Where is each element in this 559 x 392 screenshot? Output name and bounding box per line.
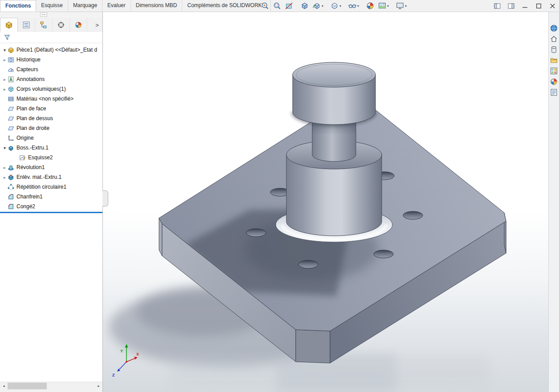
- dropdown-arrow-icon[interactable]: ▾: [387, 4, 389, 8]
- section-view-icon[interactable]: [285, 1, 294, 10]
- expand-arrow-icon[interactable]: [2, 87, 8, 92]
- maximize-icon[interactable]: [535, 2, 543, 10]
- tree-item-label: Congé2: [16, 203, 35, 210]
- scroll-left-icon[interactable]: ◄: [0, 382, 8, 390]
- part-icon: [8, 47, 14, 53]
- splitter-grip-icon[interactable]: [40, 12, 47, 17]
- tree-item-chanfrein1[interactable]: Chanfrein1: [0, 192, 102, 202]
- file-explorer-icon[interactable]: [550, 56, 558, 65]
- tree-item-materiau[interactable]: Matériau <non spécifié>: [0, 94, 102, 104]
- dropdown-arrow-icon[interactable]: ▾: [405, 4, 407, 8]
- tab-featuremanager-tree[interactable]: [0, 18, 18, 32]
- tree-item-label: Esquisse2: [28, 154, 53, 161]
- collapse-right-pane-icon[interactable]: [507, 2, 515, 10]
- tab-dimxpertmanager[interactable]: [53, 18, 70, 32]
- dropdown-arrow-icon[interactable]: ▾: [339, 4, 341, 8]
- appearances-icon[interactable]: [550, 77, 558, 86]
- tab-evaluer[interactable]: Evaluer: [102, 0, 131, 12]
- design-library-icon[interactable]: [550, 45, 558, 54]
- display-style-icon[interactable]: [330, 1, 339, 10]
- tree-item-label: Plan de droite: [16, 125, 49, 131]
- propertymanager-icon: [22, 21, 30, 29]
- tree-item-plan-de-dessus[interactable]: Plan de dessus: [0, 113, 102, 123]
- tree-item-historique[interactable]: Historique: [0, 55, 102, 65]
- tree-item-origine[interactable]: Origine: [0, 133, 102, 143]
- command-manager-bar: Fonctions Esquisse Marquage Evaluer Dime…: [0, 0, 559, 12]
- tree-item-label: Historique: [16, 57, 41, 63]
- sketch-icon: [19, 154, 26, 161]
- revolve-icon: [8, 164, 14, 171]
- tree-item-plan-de-face[interactable]: Plan de face: [0, 104, 102, 113]
- expand-arrow-icon[interactable]: [2, 77, 8, 82]
- rollback-bar[interactable]: [0, 212, 102, 213]
- expand-tabs-icon[interactable]: [92, 18, 102, 32]
- home-icon[interactable]: [550, 35, 558, 43]
- window-controls: [487, 0, 556, 12]
- tree-filter-bar[interactable]: [0, 32, 102, 43]
- tree-item-root[interactable]: Pièce1 (Défaut) <<Défaut>_Etat d: [0, 45, 102, 55]
- panel-splitter[interactable]: [0, 12, 102, 18]
- previous-view-icon[interactable]: [312, 1, 321, 10]
- hide-show-items-icon[interactable]: [348, 1, 357, 10]
- tab-esquisse[interactable]: Esquisse: [36, 0, 68, 12]
- tab-configurationmanager[interactable]: [35, 18, 53, 32]
- plane-icon: [8, 125, 14, 132]
- dropdown-arrow-icon[interactable]: ▾: [357, 4, 359, 8]
- panel-horizontal-scrollbar[interactable]: ◄ ►: [0, 382, 102, 390]
- fillet-icon: [8, 203, 14, 210]
- material-icon: [8, 96, 14, 102]
- tree-item-label: Annotations: [16, 76, 45, 82]
- tab-marquage[interactable]: Marquage: [68, 0, 102, 12]
- chamfer-icon: [8, 194, 14, 200]
- custom-properties-icon[interactable]: [550, 88, 558, 97]
- zoom-to-area-icon[interactable]: [273, 1, 282, 10]
- model-scene: Y X Z: [103, 12, 549, 392]
- graphics-area[interactable]: Y X Z: [103, 12, 549, 392]
- tree-item-label: Origine: [16, 135, 34, 141]
- expand-arrow-icon[interactable]: [2, 165, 8, 170]
- tree-item-label: Pièce1 (Défaut) <<Défaut>_Etat d: [16, 47, 97, 53]
- tree-item-revolution1[interactable]: Révolution1: [0, 162, 102, 172]
- expand-arrow-icon[interactable]: [2, 145, 8, 150]
- expand-arrow-icon[interactable]: [2, 48, 8, 53]
- panel-flyout-handle[interactable]: [102, 190, 108, 206]
- tab-dimensions-mbd[interactable]: Dimensions MBD: [131, 0, 183, 12]
- scroll-right-icon[interactable]: ►: [95, 382, 102, 390]
- collapse-left-pane-icon[interactable]: [494, 2, 501, 10]
- apply-scene-icon[interactable]: [378, 1, 387, 10]
- plane-icon: [8, 115, 14, 122]
- tree-item-label: Matériau <non spécifié>: [16, 96, 73, 102]
- tree-item-label: Chanfrein1: [16, 194, 43, 200]
- view-settings-icon[interactable]: [396, 1, 404, 10]
- close-icon[interactable]: [549, 2, 556, 10]
- solidworks-window: { "command_tabs": { "items": [ {"label":…: [0, 0, 559, 392]
- tree-item-plan-de-droite[interactable]: Plan de droite: [0, 123, 102, 133]
- sensors-icon: [8, 66, 14, 73]
- edit-appearance-icon[interactable]: [366, 1, 375, 10]
- tree-item-repetition-circulaire1[interactable]: Répétition circulaire1: [0, 182, 102, 192]
- heads-up-view-toolbar: ▾ ▾ ▾ ▾ ▾: [257, 0, 407, 12]
- tree-item-capteurs[interactable]: Capteurs: [0, 65, 102, 74]
- view-palette-icon[interactable]: [550, 67, 558, 75]
- tree-item-corps-volumiques[interactable]: Corps volumiques(1): [0, 84, 102, 94]
- zoom-to-fit-icon[interactable]: [261, 1, 269, 10]
- tab-fonctions[interactable]: Fonctions: [0, 0, 36, 12]
- tree-item-annotations[interactable]: Annotations: [0, 74, 102, 84]
- tree-item-enlev-mat-extru1[interactable]: Enlèv. mat.-Extru.1: [0, 172, 102, 182]
- expand-arrow-icon[interactable]: [2, 175, 8, 180]
- minimize-icon[interactable]: [521, 2, 529, 10]
- tab-propertymanager[interactable]: [18, 18, 35, 32]
- tab-displaymanager[interactable]: [70, 18, 87, 32]
- scrollbar-thumb[interactable]: [8, 383, 47, 389]
- tree-item-boss-extru1[interactable]: Boss.-Extru.1: [0, 143, 102, 153]
- tree-item-esquisse2[interactable]: Esquisse2: [0, 153, 102, 162]
- expand-arrow-icon[interactable]: [2, 57, 8, 62]
- annotations-icon: [8, 76, 14, 83]
- displaymanager-icon: [74, 21, 82, 29]
- origin-icon: [8, 135, 14, 141]
- tree-item-conge2[interactable]: Congé2: [0, 202, 102, 211]
- view-orientation-icon[interactable]: [300, 1, 309, 10]
- panel-bottom-filler: [0, 389, 102, 392]
- dropdown-arrow-icon[interactable]: ▾: [322, 4, 323, 8]
- solidworks-resources-icon[interactable]: [550, 24, 558, 32]
